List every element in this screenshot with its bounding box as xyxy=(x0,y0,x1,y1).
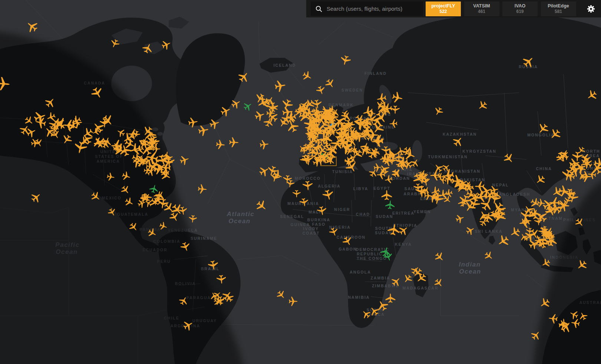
ocean-label: Ocean xyxy=(228,218,250,225)
network-label: IVAO xyxy=(515,3,526,9)
network-label: PilotEdge xyxy=(548,3,569,9)
network-count: 581 xyxy=(555,9,562,14)
app-window: CANADAUNITEDSTATES OFAMERICAMEXICOCUBAGU… xyxy=(0,0,601,364)
country-label: BANGLADESH xyxy=(495,192,530,196)
country-label: CHAD xyxy=(356,212,370,216)
country-label: ICELAND xyxy=(274,63,296,67)
country-label: THE CONGO xyxy=(357,256,387,261)
country-label: YEMEN xyxy=(413,209,431,214)
ocean-label: Ocean xyxy=(459,268,481,275)
country-label: MOROCCO xyxy=(295,176,321,181)
country-label: FASO xyxy=(312,222,326,226)
country-label: CHINA xyxy=(536,166,552,171)
country-label: ZIMBABWE xyxy=(372,284,399,288)
network-count: 522 xyxy=(439,9,447,14)
country-label: MONGOLIA xyxy=(527,133,555,137)
country-label: NAMIBIA xyxy=(348,295,370,300)
country-label: NEPAL xyxy=(492,183,509,187)
country-label: TUNISIA xyxy=(332,169,353,174)
country-label: ALGERIA xyxy=(318,184,340,188)
country-label: GABON xyxy=(339,247,357,251)
country-label: IVORY xyxy=(303,226,319,231)
country-label: MADAGASCAR xyxy=(403,286,439,290)
network-tab-pilotedge[interactable]: PilotEdge 581 xyxy=(541,1,576,16)
country-label: KYRGYZSTAN xyxy=(462,149,496,153)
country-label: ANGOLA xyxy=(350,270,371,274)
country-label: SURINAME xyxy=(191,236,217,241)
country-label: ZAMBIA xyxy=(371,276,390,280)
network-tab-vatsim[interactable]: VATSIM 461 xyxy=(464,1,499,16)
great-lakes xyxy=(152,128,158,131)
settings-button[interactable] xyxy=(587,4,595,13)
gear-icon xyxy=(587,5,595,13)
great-lakes xyxy=(157,132,163,136)
search-icon xyxy=(316,6,322,12)
country-label: RUSSIA xyxy=(519,64,538,69)
network-count: 619 xyxy=(516,9,524,14)
caspian-sea xyxy=(412,140,422,162)
country-label: TURKMENISTAN xyxy=(428,155,468,159)
country-label: SUDAN xyxy=(375,231,392,235)
country-label: CAMEROON xyxy=(337,235,366,239)
country-label: SRI LANKA xyxy=(475,229,502,234)
search-input[interactable] xyxy=(326,5,416,12)
country-label: BRAZIL xyxy=(201,267,220,271)
network-label: VATSIM xyxy=(473,3,490,9)
country-label: BURKINA xyxy=(307,218,330,222)
country-label: NORTH xyxy=(582,149,600,153)
country-label: PAKISTAN xyxy=(460,178,485,182)
country-label: NIGER xyxy=(334,207,350,212)
country-label: LIBYA xyxy=(353,186,369,191)
country-label: SUDAN xyxy=(376,214,393,219)
network-count: 461 xyxy=(478,9,485,14)
country-label: ETHIOPIA xyxy=(393,223,417,228)
network-label: projectFLY xyxy=(431,3,455,9)
country-label: FINLAND xyxy=(364,71,387,76)
search-box[interactable] xyxy=(311,1,423,16)
country-label: EGYPT xyxy=(373,186,390,191)
country-label: COAST xyxy=(303,231,320,235)
topbar: projectFLY 522 VATSIM 461 IVAO 619 Pilot… xyxy=(306,0,601,17)
country-label: KENYA xyxy=(395,242,412,246)
ocean-label: Atlantic xyxy=(227,211,254,218)
country-label: SENEGAL xyxy=(280,214,304,219)
ocean-label: Indian xyxy=(459,261,481,268)
world-map[interactable]: CANADAUNITEDSTATES OFAMERICAMEXICOCUBAGU… xyxy=(0,0,601,364)
network-tab-projectfly[interactable]: projectFLY 522 xyxy=(426,1,461,16)
country-label: KAZAKHSTAN xyxy=(443,132,477,136)
country-label: ERITREA xyxy=(392,211,415,215)
country-label: SWEDEN xyxy=(341,88,363,92)
network-tab-ivao[interactable]: IVAO 619 xyxy=(502,1,538,16)
country-label: REPUBLIC xyxy=(357,252,383,256)
